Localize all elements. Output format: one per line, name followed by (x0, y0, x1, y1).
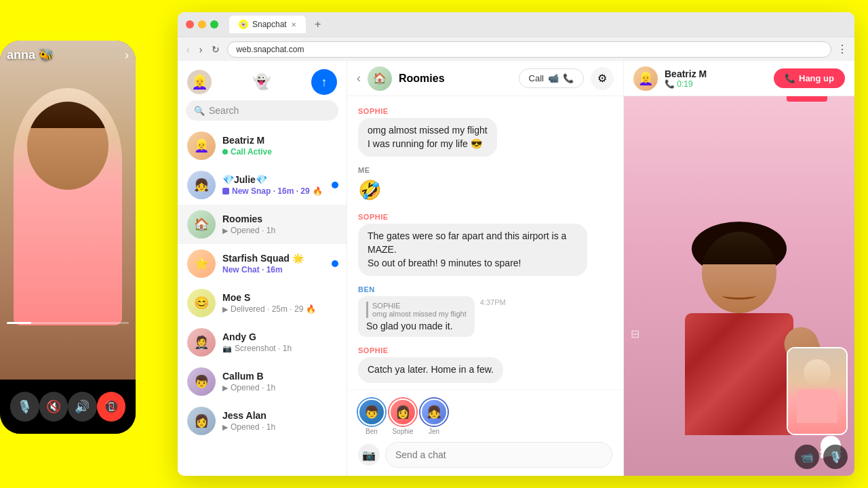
typing-avatars: 👦 Ben 👩 Sophie 👧 Jen (358, 399, 612, 435)
chat-status-moe: ▶ Delivered · 25m · 29 🔥 (222, 304, 337, 314)
video-call-header: 👱‍♀️ Beatriz M 📞 0:19 📞 Hang up (624, 61, 854, 96)
chat-name-julie: 💎Julie💎 (222, 174, 337, 185)
chat-name-moe: Moe S (222, 292, 337, 303)
phone-controls: 🎙️ 🔇 🔊 📵 (0, 380, 136, 434)
phone-mockup: anna 🐝 › 🎙️ 🔇 🔊 📵 (0, 41, 136, 434)
traffic-light-minimize[interactable] (198, 20, 206, 28)
call-duration: 📞 0:19 (665, 79, 767, 89)
video-person-hair (692, 222, 787, 276)
chat-input-field[interactable] (385, 442, 612, 468)
phone-speaker-button[interactable]: 🔊 (68, 392, 97, 422)
chat-item-callum[interactable]: 👦 Callum B ▶ Opened · 1h (178, 362, 347, 401)
roomies-group-avatar: 🏠 (368, 66, 392, 91)
chat-avatar-roomies: 🏠 (187, 210, 216, 239)
call-label: Call (529, 73, 544, 83)
chat-avatar-beatriz: 👱‍♀️ (187, 131, 216, 160)
address-bar[interactable]: web.snapchat.com (227, 41, 831, 58)
reply-quoted-text: omg almost missed my flight (372, 310, 467, 318)
ghost-icon[interactable]: 👻 (251, 71, 273, 93)
chat-name-roomies: Roomies (222, 214, 337, 224)
msg-time-ben: 4:37PM (480, 298, 506, 337)
nav-forward-button[interactable]: › (197, 42, 205, 57)
typing-name-ben: Ben (366, 428, 378, 435)
nav-back-button[interactable]: ‹ (184, 42, 192, 57)
traffic-light-maximize[interactable] (210, 20, 218, 28)
msg-bubble-sophie-2: The gates were so far apart and this air… (358, 224, 587, 276)
chat-info-jess: Jess Alan ▶ Opened · 1h (222, 410, 337, 432)
phone-person-image (0, 41, 136, 380)
play-icon-moe: ▶ (222, 305, 228, 314)
search-placeholder: Search (209, 105, 239, 116)
search-bar[interactable]: 🔍 Search (186, 100, 338, 121)
browser-tab-snapchat[interactable]: 👻 Snapchat ✕ (229, 16, 306, 33)
video-person-head (702, 232, 776, 313)
browser-window: 👻 Snapchat ✕ + ‹ › ↻ web.snapchat.com ⋮ … (178, 12, 854, 476)
chat-info-callum: Callum B ▶ Opened · 1h (222, 371, 337, 392)
call-button[interactable]: Call 📹 📞 (519, 68, 584, 88)
video-mic-toggle[interactable]: 🎙️ (823, 445, 848, 469)
chat-input-row: 📷 (358, 442, 612, 468)
expand-icon[interactable]: ⊟ (631, 327, 639, 340)
phone-screen: anna 🐝 › (0, 41, 136, 380)
message-group-sophie-3: SOPHIE Catch ya later. Home in a few. (358, 346, 612, 383)
browser-menu-button[interactable]: ⋮ (837, 43, 848, 56)
typing-avatar-jen: 👧 (420, 399, 448, 426)
typing-user-sophie: 👩 Sophie (389, 399, 416, 435)
chat-back-button[interactable]: ‹ (357, 71, 361, 85)
ben-reply-reference: SOPHIE omg almost missed my flight (366, 302, 467, 318)
snap-icon[interactable]: ↑ (311, 69, 337, 95)
chat-title: Roomies (399, 73, 512, 85)
chat-item-julie[interactable]: 👧 💎Julie💎 New Snap · 16m · 29 🔥 (178, 165, 347, 205)
chat-item-andy[interactable]: 🤵 Andy G 📷 Screenshot · 1h (178, 323, 347, 362)
chat-info-beatriz: Beatriz M Call Active (222, 135, 337, 157)
hang-up-button[interactable]: 📞 Hang up (774, 68, 845, 88)
traffic-light-close[interactable] (186, 20, 194, 28)
chat-item-jess[interactable]: 👩 Jess Alan ▶ Opened · 1h (178, 401, 347, 441)
fire-icon: 🔥 (313, 186, 323, 196)
caller-name: Beatriz M (665, 68, 767, 79)
chat-main: ‹ 🏠 Roomies Call 📹 📞 ⚙ SOPHIE omg almost… (347, 61, 624, 476)
chat-item-beatriz[interactable]: 👱‍♀️ Beatriz M Call Active (178, 126, 347, 165)
chat-status-callum: ▶ Opened · 1h (222, 383, 337, 392)
fire-icon-moe: 🔥 (306, 304, 316, 314)
chat-status-starfish: New Chat · 16m (222, 265, 337, 274)
chat-name-jess: Jess Alan (222, 410, 337, 421)
phone-end-call-button[interactable]: 📵 (97, 392, 126, 422)
play-icon-callum: ▶ (222, 384, 228, 392)
chat-item-starfish[interactable]: ⭐ Starfish Squad 🌟 New Chat · 16m (178, 244, 347, 283)
screenshot-icon: 📷 (222, 344, 232, 353)
user-avatar[interactable]: 👱‍♀️ (187, 70, 212, 94)
search-icon: 🔍 (194, 106, 205, 116)
hang-up-label: Hang up (799, 73, 834, 83)
unread-badge-starfish (332, 260, 338, 267)
emoji-reaction: 🤣 (358, 180, 382, 201)
chat-status-jess: ▶ Opened · 1h (222, 422, 337, 432)
chat-name-starfish: Starfish Squad 🌟 (222, 253, 337, 264)
new-tab-button[interactable]: + (310, 16, 326, 33)
caller-avatar: 👱‍♀️ (633, 66, 658, 91)
message-group-ben: BEN SOPHIE omg almost missed my flight S… (358, 285, 612, 337)
phone-progress-fill (7, 322, 31, 324)
camera-input-button[interactable]: 📷 (358, 444, 380, 466)
tab-close-button[interactable]: ✕ (291, 21, 296, 28)
video-camera-toggle[interactable]: 📹 (795, 445, 819, 469)
phone-icon-small: 📞 (665, 79, 675, 89)
self-view-body (797, 389, 837, 423)
video-call-icon: 📹 (548, 73, 559, 83)
chat-name-beatriz: Beatriz M (222, 135, 337, 146)
nav-refresh-button[interactable]: ↻ (210, 42, 222, 57)
msg-bubble-me-1: 🤣 (358, 177, 382, 203)
chat-info-roomies: Roomies ▶ Opened · 1h (222, 214, 337, 235)
video-person-figure (685, 232, 793, 435)
typing-avatar-sophie: 👩 (389, 399, 416, 426)
unread-badge-julie (332, 182, 338, 188)
chat-item-moe[interactable]: 😊 Moe S ▶ Delivered · 25m · 29 🔥 (178, 283, 347, 323)
phone-audio-button[interactable]: 🔇 (39, 392, 68, 422)
phone-header: anna 🐝 › (7, 47, 129, 62)
video-person-smile (722, 291, 756, 300)
browser-titlebar: 👻 Snapchat ✕ + (178, 12, 854, 37)
chat-menu-button[interactable]: ⚙ (591, 67, 614, 90)
ben-message-bubble: SOPHIE omg almost missed my flight So gl… (358, 296, 475, 337)
phone-mute-button[interactable]: 🎙️ (10, 392, 39, 422)
chat-item-roomies[interactable]: 🏠 Roomies ▶ Opened · 1h (178, 205, 347, 244)
